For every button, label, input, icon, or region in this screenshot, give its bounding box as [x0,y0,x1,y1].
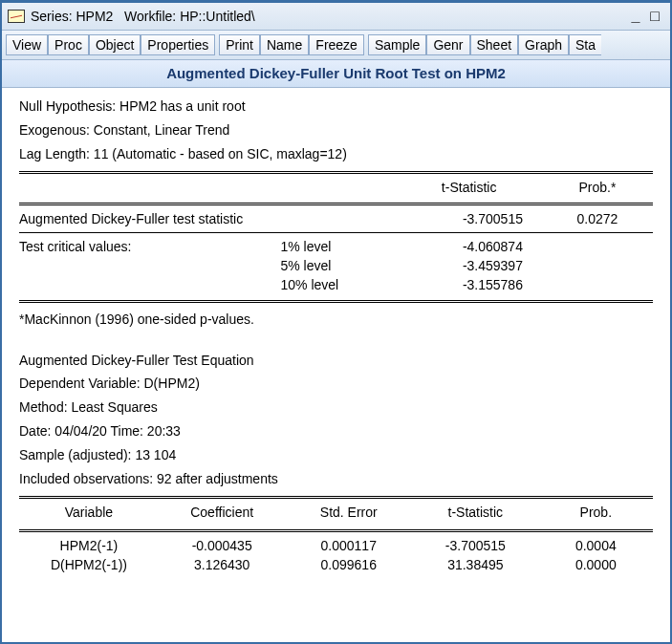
print-button[interactable]: Print [219,34,260,55]
col-prob: Prob.* [542,178,653,197]
freeze-button[interactable]: Freeze [309,34,364,55]
var-se: 0.099616 [285,555,412,574]
maximize-icon[interactable]: □ [645,8,664,25]
col-tstat: t-Statistic [412,503,539,522]
lag-length: Lag Length: 11 (Automatic - based on SIC… [19,145,653,163]
title-workfile-prefix: Workfile: [113,9,180,24]
graph-button[interactable]: Graph [518,34,569,55]
var-name: D(HPM2(-1)) [19,555,159,574]
footnote: *MacKinnon (1996) one-sided p-values. [19,311,653,329]
null-hypothesis: Null Hypothesis: HPM2 has a unit root [19,97,653,116]
series-icon [8,10,25,23]
crit-1pct-val: -4.060874 [415,237,542,256]
stats-table: t-Statistic Prob.* [19,178,653,197]
stats-button[interactable]: Sta [569,34,601,55]
eq-line-4: Date: 04/04/20 Time: 20:33 [19,422,653,440]
var-coef: 3.126430 [159,555,286,574]
title-series-prefix: Series: [31,9,76,24]
eq-line-3: Method: Least Squares [19,398,653,417]
view-button[interactable]: View [6,34,48,55]
var-tstat: 31.38495 [412,555,539,574]
var-name: HPM2(-1) [19,536,159,555]
col-tstat: t-Statistic [415,178,542,197]
table-row: HPM2(-1) -0.000435 0.000117 -3.700515 0.… [19,536,653,555]
col-coef: Coefficient [159,503,286,522]
crit-10pct-label: 10% level [280,275,415,294]
content-area: Null Hypothesis: HPM2 has a unit root Ex… [2,88,670,574]
crit-5pct-val: -3.459397 [415,256,542,275]
properties-button[interactable]: Properties [141,34,215,55]
table-row: D(HPM2(-1)) 3.126430 0.099616 31.38495 0… [19,555,653,574]
adf-tstat: -3.700515 [415,209,542,228]
eq-line-6: Included observations: 92 after adjustme… [19,470,653,488]
name-button[interactable]: Name [260,34,309,55]
sheet-button[interactable]: Sheet [470,34,519,55]
variables-table: Variable Coefficient Std. Error t-Statis… [19,503,653,522]
var-tstat: -3.700515 [412,536,539,555]
crit-5pct-label: 5% level [280,256,415,275]
eq-line-1: Augmented Dickey-Fuller Test Equation [19,352,653,370]
title-series-name: HPM2 [76,9,113,24]
subtitle: Augmented Dickey-Fuller Unit Root Test o… [2,60,670,88]
exogenous: Exogenous: Constant, Linear Trend [19,121,653,140]
crit-1pct-label: 1% level [280,237,415,256]
minimize-icon[interactable]: _ [626,8,645,25]
genr-button[interactable]: Genr [426,34,469,55]
proc-button[interactable]: Proc [48,34,89,55]
crit-10pct-val: -3.155786 [415,275,542,294]
var-coef: -0.000435 [159,536,286,555]
crit-label: Test critical values: [19,237,280,256]
eq-line-2: Dependent Variable: D(HPM2) [19,375,653,393]
object-button[interactable]: Object [89,34,141,55]
var-se: 0.000117 [285,536,412,555]
col-variable: Variable [19,503,159,522]
adf-label: Augmented Dickey-Fuller test statistic [19,209,415,228]
adf-prob: 0.0272 [542,209,653,228]
var-prob: 0.0004 [539,536,653,555]
col-se: Std. Error [285,503,412,522]
toolbar: View Proc Object Properties Print Name F… [2,31,670,60]
window-title-bar: Series: HPM2 Workfile: HP::Untitled\ _ □ [2,3,670,31]
col-prob: Prob. [539,503,653,522]
var-prob: 0.0000 [539,555,653,574]
eq-line-5: Sample (adjusted): 13 104 [19,446,653,464]
title-workfile-name: HP::Untitled\ [180,9,255,24]
sample-button[interactable]: Sample [368,34,426,55]
